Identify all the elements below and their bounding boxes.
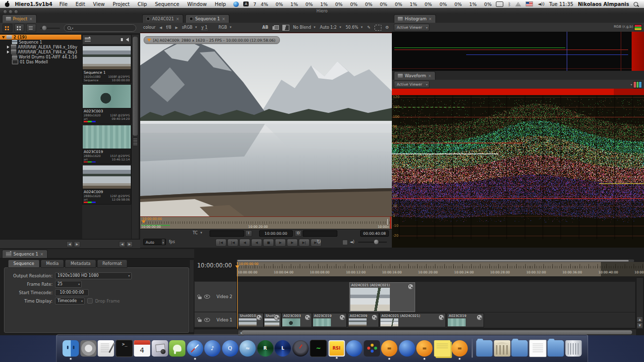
loop-icon[interactable] — [317, 239, 321, 245]
dock-documents-stack[interactable] — [529, 340, 546, 357]
rgb-parade-icon[interactable] — [633, 81, 642, 88]
displays-menu-icon[interactable] — [496, 1, 503, 7]
out-point-field[interactable] — [303, 230, 337, 237]
tree-item-4[interactable]: World Drums 01-AIFF 44.1:16 — [0, 54, 81, 59]
close-icon[interactable] — [429, 17, 432, 21]
caret-right-icon[interactable] — [7, 51, 9, 53]
play-backward-button[interactable]: ◀ — [239, 239, 250, 247]
tab-sequence-properties[interactable]: Sequence 1 — [2, 250, 48, 258]
istat-menu-icon[interactable]: A — [243, 1, 249, 6]
histogram-viewer-select[interactable]: Active Viewer — [394, 24, 429, 31]
dock-blue-roundel-app[interactable] — [346, 340, 362, 357]
menu-view[interactable]: View — [93, 1, 105, 7]
track-row-0[interactable]: A024C021 (A024C021) — [237, 281, 635, 313]
set-out-button[interactable]: O — [295, 230, 302, 237]
thumbnail-size-slider[interactable] — [40, 28, 60, 29]
stack-mode-icon[interactable] — [272, 25, 278, 30]
list-view-button[interactable] — [26, 24, 36, 32]
drop-frame-checkbox[interactable] — [87, 298, 93, 304]
zoom-select[interactable]: 50.6% — [346, 25, 363, 30]
exposure-value[interactable]: f/8 — [166, 25, 171, 30]
spotlight-icon[interactable] — [634, 2, 638, 6]
gear-icon[interactable]: ⚙ — [385, 25, 389, 30]
lock-icon[interactable] — [198, 297, 202, 299]
lock-icon[interactable] — [198, 319, 202, 322]
set-in-button[interactable]: I — [245, 230, 252, 237]
scroll-right-button-2[interactable] — [126, 241, 133, 247]
properties-scrollbar[interactable] — [189, 259, 194, 333]
props-tab-metadata[interactable]: Metadata — [65, 259, 96, 268]
viewer-tab-0[interactable]: A024C021 — [142, 14, 183, 23]
dock-evernote[interactable] — [169, 340, 185, 357]
dock-photo-booth[interactable] — [152, 340, 168, 357]
tree-scrollbar[interactable] — [131, 35, 139, 239]
timeline-scroll-down-button[interactable] — [637, 322, 643, 328]
dock-trash[interactable] — [565, 340, 582, 357]
timeline-clip[interactable]: Shot00 — [264, 313, 281, 327]
close-icon[interactable] — [29, 17, 33, 21]
histogram-mode-label[interactable]: RGB (r,g,b) — [614, 25, 633, 29]
props-tab-reformat[interactable]: Reformat — [97, 259, 127, 268]
dock-hiero-app-3[interactable]: = — [451, 340, 468, 357]
step-back-button[interactable]: ◀ — [251, 239, 262, 247]
property-input[interactable]: 10:00:00:00 — [55, 289, 89, 296]
dock-blue-app[interactable] — [399, 340, 415, 357]
timeline-ruler[interactable]: 10:00:00:0010:00:04:0010:00:08:0010:00:1… — [237, 262, 644, 276]
timeline-playhead[interactable] — [237, 262, 238, 329]
skip-to-start-button[interactable]: |◀ — [215, 239, 226, 247]
tree-item-0[interactable]: 2 (19) — [0, 35, 81, 40]
scroll-left-button[interactable] — [66, 241, 73, 247]
current-timecode-field[interactable]: 10:00:00:00 — [259, 230, 293, 237]
timeline-clip[interactable]: Shot0010 — [238, 313, 264, 327]
track-header-video-1[interactable]: Video 1 — [194, 312, 237, 327]
in-point-field[interactable] — [210, 230, 244, 237]
dock-textedit[interactable] — [98, 340, 114, 357]
status-sphere-icon[interactable] — [233, 1, 239, 7]
sort-icon[interactable] — [85, 38, 91, 42]
tab-histogram[interactable]: Histogram — [394, 14, 436, 23]
timeline-clip[interactable]: A024C009 — [348, 313, 379, 327]
exposure-down-icon[interactable]: ◀ — [160, 26, 162, 30]
bluetooth-icon[interactable]: ᛒ — [508, 1, 511, 7]
timeline-clip[interactable]: A023C003 — [281, 313, 312, 327]
property-dropdown[interactable]: 25 — [55, 281, 82, 288]
dock-folder-2[interactable] — [511, 340, 528, 357]
scroll-left-button-2[interactable] — [119, 241, 125, 247]
tree-item-1[interactable]: Sequence 1 — [0, 40, 81, 45]
close-icon[interactable] — [40, 252, 44, 257]
tree-item-3[interactable]: ARRIRAW_ALEXA_FW4.x_4by3 — [0, 50, 81, 54]
input-language-flag-icon[interactable] — [526, 1, 533, 6]
dock-quicktime[interactable]: Q — [222, 340, 238, 357]
viewer-image[interactable] — [140, 33, 392, 216]
next-edit-button[interactable]: ▶| — [299, 239, 310, 247]
fps-select[interactable]: Auto — [143, 239, 166, 245]
dock-disk-utility[interactable] — [80, 340, 97, 357]
dock-itunes[interactable]: ♪ — [204, 340, 220, 357]
search-input[interactable]: ▾ — [64, 24, 136, 32]
tc-mode-select[interactable]: TC — [193, 231, 203, 235]
exposure-up-icon[interactable]: ▶ — [175, 26, 178, 30]
tree-item-5[interactable]: 01 Das Modell — [0, 59, 81, 64]
waveform-viewer-select[interactable]: Active Viewer — [394, 81, 429, 88]
caret-down-icon[interactable] — [2, 36, 5, 39]
track-row-1[interactable]: Shot0010Shot00A023C003A023C019A024C009A0… — [237, 312, 635, 328]
dock-hiero-app-2[interactable]: = — [416, 340, 432, 357]
colorspace-select[interactable]: sRGB — [182, 25, 197, 30]
clip-card-3[interactable]: A024C0092880x1620126f @25FPSari12:09:58:… — [82, 165, 131, 205]
property-dropdown[interactable]: Timecode — [55, 298, 85, 305]
menu-clip[interactable]: Clip — [138, 1, 147, 7]
project-hscrollbar[interactable] — [0, 239, 140, 248]
props-tab-media[interactable]: Media — [41, 259, 64, 268]
speaker-icon[interactable] — [126, 38, 129, 42]
chevron-down-icon[interactable]: ▾ — [631, 83, 632, 86]
menu-clock[interactable]: Tue 11:35 — [549, 1, 573, 7]
prev-edit-button[interactable]: |◀ — [227, 239, 238, 247]
close-icon[interactable] — [222, 17, 225, 21]
duration-field[interactable]: 00:00:40:08 — [360, 230, 389, 237]
dock-openoffice[interactable]: ≈ — [239, 340, 256, 357]
annotation-pen-icon[interactable]: ✎ — [367, 25, 371, 30]
viewer-playhead-icon[interactable] — [142, 220, 146, 223]
close-icon[interactable] — [176, 17, 179, 21]
play-button[interactable]: ▶ — [275, 239, 286, 247]
viewer-timeline-strip[interactable]: 10:00:00:00 10:00:00:00 10:00:20:00 10:0… — [140, 216, 392, 229]
